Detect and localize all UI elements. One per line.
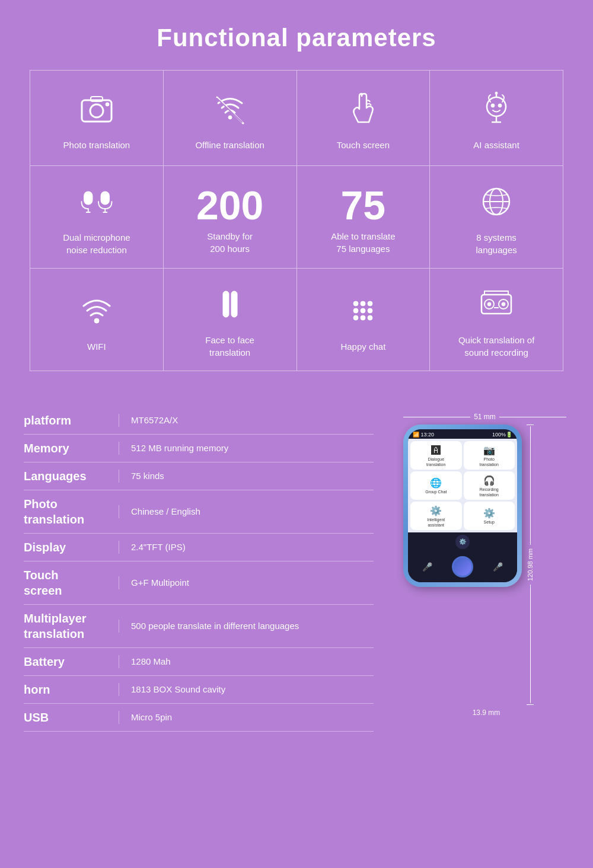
face-to-face-icon [212,286,248,327]
spec-value-battery: 1280 Mah [119,655,374,669]
svg-point-13 [495,92,498,94]
spec-row-display: Display 2.4"TFT (IPS) [24,534,374,561]
spec-value-memory: 512 MB running memory [119,442,374,455]
features-grid: Photo translation Offline translation [30,70,563,371]
feature-touch-screen: Touch screen [297,71,431,165]
spec-row-battery: Battery 1280 Mah [24,648,374,676]
spec-row-horn: horn 1813 BOX Sound cavity [24,676,374,704]
svg-rect-23 [231,291,237,317]
face-to-face-label: Face to facetranslation [205,334,254,359]
svg-point-21 [94,318,99,323]
feature-offline-translation: Offline translation [164,71,297,165]
spec-value-usb: Micro 5pin [119,711,374,725]
feature-wifi: WIFI [30,269,164,371]
spec-row-usb: USB Micro 5pin [24,704,374,732]
photo-translation-label: Photo translation [63,139,130,151]
spec-key-horn: horn [24,682,119,697]
touch-screen-label: Touch screen [337,139,390,151]
svg-point-1 [90,104,103,117]
spec-value-platform: MT6572A/X [119,414,374,427]
feature-photo-translation: Photo translation [30,71,164,165]
device-area: 51 mm 📶 13:20 100%🔋 🅰 [391,407,569,717]
features-row-3: WIFI Face to facetranslation [30,269,563,371]
feature-face-to-face: Face to facetranslation [164,269,297,371]
phone-illustration: 📶 13:20 100%🔋 🅰 Dialoguetranslation 📷 [403,425,522,705]
svg-rect-14 [84,192,93,205]
languages-number: 75 [341,185,386,225]
spec-row-memory: Memory 512 MB running memory [24,435,374,462]
spec-key-battery: Battery [24,654,119,669]
spec-value-languages: 75 kinds [119,470,374,483]
svg-point-24 [353,301,358,306]
app-recording: 🎧 Recordingtranslation [464,471,515,500]
svg-point-32 [368,315,372,320]
spec-key-platform: platform [24,413,119,428]
spec-key-touch: Touchscreen [24,567,119,598]
ai-assistant-label: AI assistant [473,139,519,151]
svg-point-30 [353,315,358,320]
svg-rect-22 [223,291,229,317]
touch-icon [345,91,381,132]
spec-value-touch: G+F Multipoint [119,576,374,590]
languages-label: Able to translate75 languages [331,230,395,255]
app-intelligent: ⚙️ Intelligentassistant [410,502,462,530]
feature-standby: 200 Standby for200 hours [164,166,297,268]
svg-rect-33 [482,295,511,314]
svg-point-9 [498,104,502,107]
spec-key-usb: USB [24,710,119,725]
spec-key-display: Display [24,540,119,555]
no-wifi-icon [212,91,248,132]
dual-mic-icon [79,184,114,224]
feature-dual-mic: Dual microphonenoise reduction [30,166,164,268]
spec-value-horn: 1813 BOX Sound cavity [119,683,374,697]
feature-happy-chat: Happy chat [297,269,431,371]
height-dimension: 120.98 mm [527,545,534,585]
app-dialogue: 🅰 Dialoguetranslation [410,441,462,470]
feature-sound-recording: Quick translation ofsound recording [430,269,563,371]
specs-section: platform MT6572A/X Memory 512 MB running… [0,395,593,755]
svg-point-29 [368,308,372,313]
bottom-dimension: 13.9 mm [403,709,569,717]
wifi-icon [79,293,114,333]
svg-point-36 [487,302,491,306]
svg-point-31 [361,315,365,320]
svg-point-3 [106,103,109,106]
app-photo: 📷 Phototranslation [464,441,515,470]
svg-point-28 [361,308,365,313]
wifi-label: WIFI [87,340,106,353]
dual-mic-label: Dual microphonenoise reduction [63,231,130,256]
features-row-1: Photo translation Offline translation [30,71,563,166]
spec-row-photo-translation: Phototranslation Chinese / English [24,490,374,534]
systems-label: 8 systemslanguages [476,231,517,256]
spec-value-photo-translation: Chinese / English [119,505,374,519]
width-dimension: 51 mm [470,413,499,421]
spec-key-memory: Memory [24,441,119,456]
spec-row-touch: Touchscreen G+F Multipoint [24,561,374,605]
feature-ai-assistant: AI assistant [430,71,563,165]
features-row-2: Dual microphonenoise reduction 200 Stand… [30,166,563,269]
spec-row-multiplayer: Multiplayertranslation 500 people transl… [24,605,374,648]
feature-languages: 75 Able to translate75 languages [297,166,431,268]
cassette-icon [479,286,514,327]
happy-chat-label: Happy chat [340,340,385,353]
spec-key-languages: Languages [24,468,119,484]
specs-table: platform MT6572A/X Memory 512 MB running… [24,407,374,732]
svg-point-27 [353,308,358,313]
svg-point-26 [368,301,372,306]
page-title: Functional parameters [0,0,593,70]
spec-value-multiplayer: 500 people translate in different langua… [119,620,374,633]
ai-icon [479,91,514,132]
camera-icon [79,91,114,132]
svg-rect-16 [101,192,109,205]
feature-systems: 8 systemslanguages [430,166,563,268]
spec-row-languages: Languages 75 kinds [24,462,374,490]
svg-point-4 [228,116,232,119]
svg-point-25 [361,301,365,306]
standby-label: Standby for200 hours [207,230,253,255]
sound-recording-label: Quick translation ofsound recording [458,334,534,359]
globe-icon [479,184,514,224]
svg-point-37 [502,302,505,306]
spec-value-display: 2.4"TFT (IPS) [119,541,374,554]
standby-number: 200 [196,185,263,225]
app-setup: ⚙️ Setup [464,502,515,530]
